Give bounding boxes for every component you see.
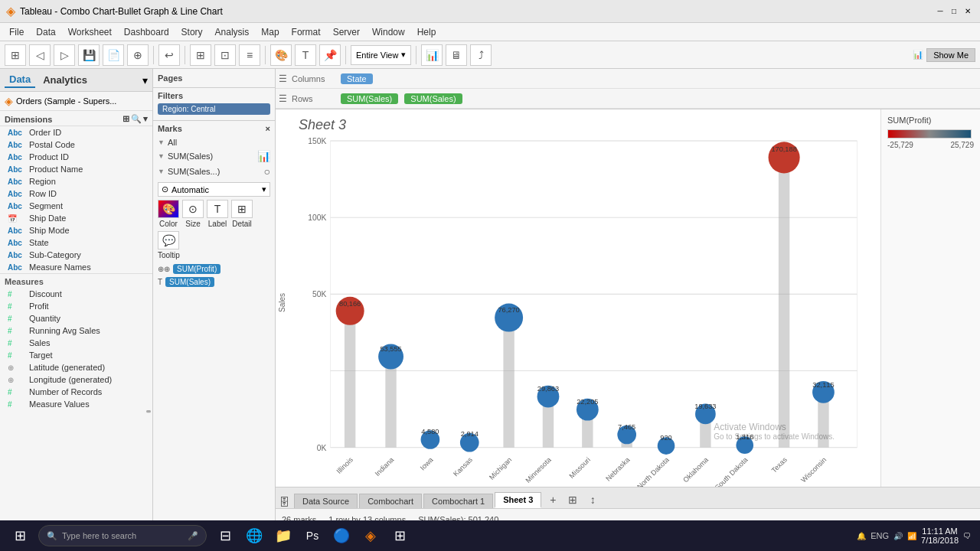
field-running-avg[interactable]: #Running Avg Sales [0, 324, 152, 337]
toolbar-color-button[interactable]: 🎨 [270, 44, 292, 66]
taskbar-app-edge[interactable]: 🌐 [240, 522, 268, 549]
field-ship-date[interactable]: 📅Ship Date [0, 212, 152, 224]
taskbar-app-photoshop[interactable]: Ps [299, 522, 326, 549]
marks-label-label: Label [208, 220, 227, 228]
toolbar-text-button[interactable]: T [295, 44, 316, 66]
taskbar-language-icon[interactable]: ENG [871, 531, 889, 540]
field-discount[interactable]: #Discount [0, 288, 152, 300]
toolbar-back-button[interactable]: ◁ [29, 44, 51, 66]
toolbar-save-button[interactable]: 💾 [78, 44, 100, 66]
sort-sheets-button[interactable]: ↕ [584, 491, 601, 508]
toolbar-monitor-button[interactable]: 🖥 [446, 44, 467, 66]
marks-tooltip-prop[interactable]: 💬 Tooltip [158, 231, 180, 259]
svg-text:19,633: 19,633 [694, 403, 716, 410]
taskbar-app-tableau[interactable]: ◈ [357, 522, 384, 549]
marks-pill-sales[interactable]: SUM(Sales) [165, 277, 214, 287]
toolbar-connect-button[interactable]: ⊞ [190, 44, 211, 66]
field-target[interactable]: #Target [0, 349, 152, 361]
taskbar-app-folder[interactable]: 📁 [270, 522, 297, 549]
maximize-button[interactable]: □ [948, 5, 960, 18]
marks-pill-profit[interactable]: SUM(Profit) [173, 264, 220, 274]
taskbar-app-grid[interactable]: ⊞ [386, 522, 413, 549]
field-ship-mode[interactable]: AbcShip Mode [0, 224, 152, 236]
menu-map[interactable]: Map [255, 25, 285, 39]
field-product-name[interactable]: AbcProduct Name [0, 163, 152, 175]
field-profit[interactable]: #Profit [0, 300, 152, 312]
minimize-button[interactable]: ─ [934, 5, 946, 18]
taskbar-network-icon[interactable]: 📶 [907, 532, 916, 540]
marks-size-prop[interactable]: ⊙ Size [182, 200, 204, 228]
marks-label-prop[interactable]: T Label [207, 200, 228, 228]
field-sub-category[interactable]: AbcSub-Category [0, 249, 152, 261]
menu-format[interactable]: Format [286, 25, 327, 39]
field-order-id[interactable]: AbcOrder ID [0, 126, 152, 139]
toolbar-duplicate-button[interactable]: ⊕ [127, 44, 149, 66]
close-button[interactable]: ✕ [962, 5, 974, 18]
panel-options-icon[interactable]: ▾ [142, 74, 148, 86]
dimensions-expand-icon[interactable]: ▾ [143, 114, 148, 124]
rows-sumsales2-pill[interactable]: SUM(Sales) [404, 93, 462, 104]
taskbar-action-center-icon[interactable]: 🗨 [963, 532, 971, 540]
menu-file[interactable]: File [3, 25, 30, 39]
rows-sumsales1-pill[interactable]: SUM(Sales) [341, 93, 398, 104]
toolbar-new-button[interactable]: 📄 [103, 44, 124, 66]
field-number-records[interactable]: #Number of Records [0, 386, 152, 398]
menu-worksheet[interactable]: Worksheet [62, 25, 118, 39]
marks-detail-prop[interactable]: ⊞ Detail [231, 200, 253, 228]
menu-story[interactable]: Story [175, 25, 209, 39]
tab-combochart1[interactable]: Combochart 1 [423, 494, 493, 508]
toolbar-grid-icon[interactable]: ⊞ [5, 44, 26, 66]
field-region[interactable]: AbcRegion [0, 175, 152, 187]
taskbar-app-taskview[interactable]: ⊟ [211, 522, 239, 549]
toolbar-pin-button[interactable]: 📌 [319, 44, 341, 66]
add-sheet-button[interactable]: + [544, 491, 561, 508]
taskbar-volume-icon[interactable]: 🔊 [893, 532, 903, 540]
field-state[interactable]: AbcState [0, 236, 152, 249]
field-postal-code[interactable]: AbcPostal Code [0, 139, 152, 151]
field-longitude[interactable]: ⊕Longitude (generated) [0, 373, 152, 386]
marks-row-all: ▼ All [158, 136, 270, 148]
dimensions-search-icon[interactable]: 🔍 [131, 114, 142, 124]
svg-rect-13 [385, 357, 396, 448]
field-measure-names[interactable]: AbcMeasure Names [0, 261, 152, 273]
show-me-button[interactable]: Show Me [926, 48, 975, 62]
tab-combochart[interactable]: Combochart [359, 494, 422, 508]
toolbar-chart-type-button[interactable]: 📊 [421, 44, 443, 66]
toolbar-undo-button[interactable]: ↩ [158, 44, 180, 66]
menu-server[interactable]: Server [327, 25, 366, 39]
menu-window[interactable]: Window [366, 25, 411, 39]
dimensions-grid-icon[interactable]: ⊞ [122, 114, 129, 124]
marks-type-selector[interactable]: ⊙ Automatic ▾ [158, 182, 270, 197]
columns-state-pill[interactable]: State [341, 73, 373, 84]
taskbar-search[interactable]: 🔍 Type here to search 🎤 [38, 525, 207, 546]
menu-dashboard[interactable]: Dashboard [118, 25, 175, 39]
tab-sheet3[interactable]: Sheet 3 [495, 492, 541, 508]
field-quantity[interactable]: #Quantity [0, 312, 152, 324]
taskbar-notification-icon[interactable]: 🔔 [857, 532, 866, 540]
taskbar-app-chrome[interactable]: 🔵 [328, 522, 355, 549]
duplicate-sheet-button[interactable]: ⊞ [564, 491, 581, 508]
toolbar-share-button[interactable]: ⤴ [470, 44, 492, 66]
menu-analysis[interactable]: Analysis [209, 25, 256, 39]
field-latitude[interactable]: ⊕Latitude (generated) [0, 361, 152, 373]
menu-data[interactable]: Data [30, 25, 61, 39]
field-product-id[interactable]: AbcProduct ID [0, 151, 152, 163]
marks-close-icon[interactable]: × [266, 124, 270, 133]
field-sales[interactable]: #Sales [0, 337, 152, 349]
view-dropdown[interactable]: Entire View ▾ [351, 45, 411, 65]
scroll-thumb[interactable] [146, 410, 151, 412]
toolbar-forward-button[interactable]: ▷ [54, 44, 75, 66]
start-button[interactable]: ⊞ [3, 522, 37, 549]
svg-text:22,205: 22,205 [577, 398, 598, 406]
field-measure-values[interactable]: #Measure Values [0, 398, 152, 410]
tab-data-source[interactable]: Data Source [294, 494, 358, 508]
toolbar-viz-button[interactable]: ≡ [239, 44, 260, 66]
field-row-id[interactable]: AbcRow ID [0, 187, 152, 200]
filter-region-central[interactable]: Region: Central [158, 103, 270, 115]
analytics-tab[interactable]: Analytics [38, 73, 92, 87]
menu-help[interactable]: Help [411, 25, 443, 39]
toolbar-map-button[interactable]: ⊡ [214, 44, 236, 66]
marks-color-prop[interactable]: 🎨 Color [158, 200, 179, 228]
field-segment[interactable]: AbcSegment [0, 200, 152, 212]
data-tab[interactable]: Data [5, 72, 35, 88]
